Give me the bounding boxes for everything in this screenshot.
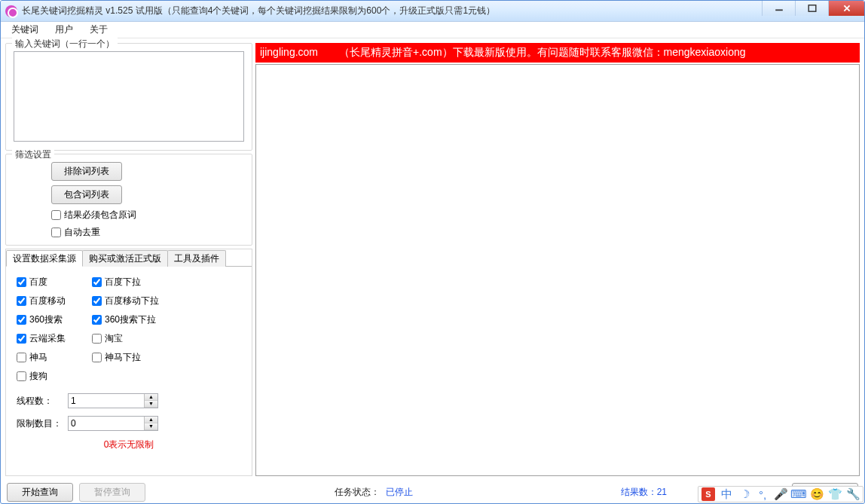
include-list-button[interactable]: 包含词列表 <box>51 185 122 204</box>
menu-keywords[interactable]: 关键词 <box>11 23 38 36</box>
maximize-button[interactable] <box>795 1 828 16</box>
ime-keyboard-icon[interactable]: ⌨ <box>792 487 805 501</box>
limit-input[interactable] <box>69 417 144 430</box>
minimize-button[interactable] <box>762 1 795 16</box>
threads-down[interactable]: ▼ <box>145 401 157 408</box>
ime-skin-icon[interactable]: 👕 <box>828 487 842 501</box>
keyword-textarea[interactable] <box>14 51 244 142</box>
menubar: 关键词 用户 关于 <box>1 22 864 38</box>
threads-spinner[interactable]: ▲▼ <box>68 393 158 408</box>
source-5[interactable]: 360搜索下拉 <box>92 313 190 326</box>
limit-down[interactable]: ▼ <box>145 423 157 430</box>
ime-lang-icon[interactable]: 中 <box>720 487 733 501</box>
source-9[interactable]: 神马下拉 <box>92 351 190 364</box>
tab-data-source[interactable]: 设置数据采集源 <box>6 250 83 267</box>
filter-group-title: 筛选设置 <box>12 148 54 161</box>
keyword-input-group: 输入关键词（一行一个） <box>5 43 252 151</box>
start-button[interactable]: 开始查询 <box>7 483 73 502</box>
source-10[interactable]: 搜狗 <box>17 370 92 383</box>
menu-about[interactable]: 关于 <box>90 23 108 36</box>
threads-input[interactable] <box>69 394 144 408</box>
status-label: 任务状态： <box>335 486 380 499</box>
ime-face-icon[interactable]: 😊 <box>810 487 824 501</box>
source-1[interactable]: 百度下拉 <box>92 276 190 289</box>
must-contain-checkbox[interactable]: 结果必须包含原词 <box>51 209 136 221</box>
source-2[interactable]: 百度移动 <box>17 295 92 307</box>
status-value: 已停止 <box>386 486 413 499</box>
keyword-group-title: 输入关键词（一行一个） <box>12 38 118 50</box>
source-8[interactable]: 神马 <box>17 351 92 364</box>
exclude-list-button[interactable]: 排除词列表 <box>51 162 122 181</box>
close-button[interactable] <box>828 1 864 16</box>
ime-moon-icon[interactable]: ☽ <box>738 487 751 501</box>
limit-label: 限制数目： <box>17 417 62 430</box>
limit-spinner[interactable]: ▲▼ <box>68 416 158 431</box>
limit-note: 0表示无限制 <box>17 438 241 451</box>
app-icon <box>5 5 17 17</box>
ime-toolbar[interactable]: S 中 ☽ °, 🎤 ⌨ 😊 👕 🔧 <box>698 486 863 502</box>
pause-button[interactable]: 暂停查询 <box>79 483 145 502</box>
source-7[interactable]: 淘宝 <box>92 332 190 345</box>
source-4[interactable]: 360搜索 <box>17 313 92 326</box>
auto-dedup-checkbox[interactable]: 自动去重 <box>51 226 100 239</box>
threads-label: 线程数： <box>17 395 62 408</box>
ime-punct-icon[interactable]: °, <box>756 487 769 501</box>
result-count: 结果数：21 <box>621 486 667 499</box>
ime-sogou-icon[interactable]: S <box>701 487 715 501</box>
threads-up[interactable]: ▲ <box>145 394 157 401</box>
tab-tools[interactable]: 工具及插件 <box>167 250 226 267</box>
ime-tool-icon[interactable]: 🔧 <box>846 487 860 501</box>
limit-up[interactable]: ▲ <box>145 417 157 423</box>
menu-user[interactable]: 用户 <box>55 23 73 36</box>
tab-purchase[interactable]: 购买或激活正式版 <box>82 250 168 267</box>
source-0[interactable]: 百度 <box>17 276 92 289</box>
filter-group: 筛选设置 排除词列表 包含词列表 结果必须包含原词 自动去重 <box>5 154 252 246</box>
source-6[interactable]: 云端采集 <box>17 332 92 345</box>
source-3[interactable]: 百度移动下拉 <box>92 295 190 307</box>
notice-banner: ijingling.com （长尾精灵拼音+.com）下载最新版使用。有问题随时… <box>255 43 860 63</box>
results-area[interactable] <box>255 64 860 476</box>
titlebar: 长尾关键词挖掘精灵 v1.525 试用版（只能查询4个关键词，每个关键词挖掘结果… <box>1 1 864 22</box>
ime-mic-icon[interactable]: 🎤 <box>774 487 787 501</box>
settings-tabs: 设置数据采集源 购买或激活正式版 工具及插件 百度百度下拉百度移动百度移动下拉3… <box>5 249 252 476</box>
window-title: 长尾关键词挖掘精灵 v1.525 试用版（只能查询4个关键词，每个关键词挖掘结果… <box>22 5 495 17</box>
svg-rect-1 <box>808 5 816 11</box>
